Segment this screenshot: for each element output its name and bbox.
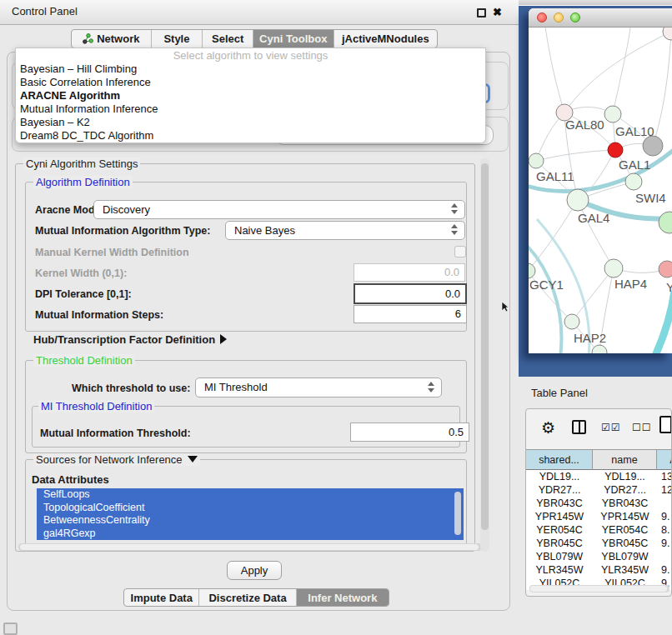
mi-type-combo[interactable]: Naive Bayes <box>225 221 465 240</box>
node-partial-bottom[interactable] <box>592 345 607 353</box>
table-cell[interactable]: YBR043C <box>526 497 593 510</box>
table-row[interactable]: YPR145WYPR145W9. <box>526 510 672 523</box>
column-browser-icon[interactable] <box>572 420 586 434</box>
dropdown-item[interactable]: Basic Correlation Inference <box>16 76 485 89</box>
table-row[interactable]: YBR045CYBR045C9. <box>526 537 672 550</box>
table-cell[interactable]: YBR045C <box>526 537 593 550</box>
dropdown-item[interactable]: Dream8 DC_TDC Algorithm <box>16 129 485 142</box>
close-icon[interactable]: ✖ <box>493 6 502 18</box>
table-row[interactable]: YER054CYER054C8. <box>526 523 672 537</box>
table-row[interactable]: YBR043CYBR043C <box>526 497 672 510</box>
table-cell[interactable]: 12 <box>657 483 672 497</box>
table-cell[interactable]: YDR27... <box>526 483 593 497</box>
tab-cyni-toolbox[interactable]: Cyni Toolbox <box>253 30 333 48</box>
column-header-shared-name[interactable]: shared... <box>526 449 593 470</box>
table-cell[interactable]: YBL079W <box>526 550 593 563</box>
apply-button[interactable]: Apply <box>227 561 282 580</box>
attribute-item[interactable]: BetweennessCentrality <box>37 514 464 528</box>
tab-network[interactable]: Network <box>72 30 151 48</box>
tab-discretize-data[interactable]: Discretize Data <box>198 589 295 606</box>
table-row[interactable]: YBL079WYBL079W <box>526 550 672 563</box>
table-cell[interactable]: YBR045C <box>593 537 657 550</box>
table-cell[interactable]: YDR27... <box>593 483 657 497</box>
table-cell[interactable]: YPR145W <box>593 510 657 523</box>
minimize-traffic-light-icon[interactable] <box>554 12 564 22</box>
table-row[interactable]: YDR27...YDR27...12 <box>526 483 672 497</box>
deselect-all-boxes-icon[interactable]: ☐☐ <box>632 422 652 433</box>
dropdown-item[interactable]: Bayesian – Hill Climbing <box>16 62 485 76</box>
table-cell[interactable]: YDL19... <box>526 470 593 483</box>
table-scrollbar-thumb[interactable] <box>530 586 667 592</box>
node-label: GAL4 <box>578 211 609 225</box>
node-green-right[interactable] <box>659 212 672 233</box>
dropdown-item[interactable]: Mutual Information Inference <box>16 102 485 116</box>
manual-kernel-checkbox[interactable] <box>454 246 466 258</box>
float-window-icon[interactable] <box>477 8 486 18</box>
collapsed-panel-button[interactable] <box>3 622 18 635</box>
network-view-window[interactable]: GAL80 GAL10 GAL1 GAL11 SWI4 GAL4 GCY1 HA… <box>529 8 672 353</box>
tab-impute-data[interactable]: Impute Data <box>124 589 198 606</box>
table-row[interactable]: YLR345WYLR345W9. <box>526 563 672 577</box>
table-cell[interactable]: YDL19... <box>593 470 657 483</box>
hub-definition-toggle[interactable]: Hub/Transcription Factor Definition <box>33 333 227 346</box>
tab-infer-network[interactable]: Infer Network <box>296 589 389 606</box>
export-table-icon[interactable] <box>659 416 672 433</box>
vertical-scrollbar[interactable] <box>480 158 489 552</box>
network-canvas[interactable]: GAL80 GAL10 GAL1 GAL11 SWI4 GAL4 GCY1 HA… <box>529 28 672 353</box>
node-partial-top[interactable] <box>663 28 672 40</box>
node-gal11[interactable] <box>529 153 544 168</box>
table-cell[interactable]: 9. <box>657 537 672 550</box>
list-scrollbar[interactable] <box>454 492 461 535</box>
tab-select[interactable]: Select <box>202 30 253 48</box>
table-row[interactable]: YDL19...YDL19...13 <box>526 470 672 483</box>
table-cell[interactable]: YLR345W <box>526 563 593 577</box>
table-cell[interactable]: 8. <box>657 523 672 537</box>
horizontal-scrollbar[interactable] <box>18 543 482 551</box>
horizontal-scrollbar-thumb[interactable] <box>20 544 479 550</box>
table-cell[interactable]: YLR345W <box>593 563 657 577</box>
column-header-name[interactable]: name <box>593 449 657 470</box>
dpi-tolerance-field[interactable]: 0.0 <box>354 283 467 304</box>
aracne-mode-combo[interactable]: Discovery <box>93 200 465 219</box>
table-toolbar: ⚙ ☑☑ ☐☐ <box>526 409 672 448</box>
kernel-width-field[interactable]: 0.0 <box>354 263 465 282</box>
column-header-partial[interactable]: A <box>657 449 672 470</box>
node-gray[interactable] <box>643 136 663 156</box>
table-cell[interactable]: YER054C <box>593 523 657 537</box>
mi-steps-field[interactable]: 6 <box>354 305 467 323</box>
table-cell[interactable]: YER054C <box>526 523 593 537</box>
dropdown-item-selected[interactable]: ARACNE Algorithm <box>16 89 485 102</box>
attribute-item[interactable]: gal4RGexp <box>37 528 464 541</box>
sources-toggle[interactable]: Sources for Network Inference <box>33 453 200 466</box>
node-gal4[interactable] <box>567 189 589 211</box>
table-cell[interactable]: YBL079W <box>593 550 657 563</box>
table-horizontal-scrollbar[interactable] <box>529 585 669 592</box>
node-gal1[interactable] <box>625 173 642 190</box>
node-gcy1[interactable] <box>529 263 535 278</box>
close-traffic-light-icon[interactable] <box>537 12 547 22</box>
node-gal10[interactable] <box>604 106 621 122</box>
tab-jactivemnodules[interactable]: jActiveMNodules <box>333 30 437 48</box>
table-cell[interactable]: 9. <box>657 563 672 577</box>
attribute-item[interactable]: SelfLoops <box>37 488 464 502</box>
node-hap4[interactable] <box>604 259 623 278</box>
attribute-item[interactable]: TopologicalCoefficient <box>37 502 464 515</box>
table-cell[interactable]: 9. <box>657 510 672 523</box>
which-threshold-combo[interactable]: MI Threshold <box>195 378 442 398</box>
network-window-titlebar[interactable] <box>529 8 672 28</box>
node-salmon[interactable] <box>659 261 672 278</box>
table-cell[interactable]: YBR043C <box>593 497 657 510</box>
table-cell[interactable]: 13 <box>657 470 672 483</box>
node-hap2[interactable] <box>564 314 579 329</box>
tab-style[interactable]: Style <box>151 30 203 48</box>
mi-threshold-field[interactable]: 0.5 <box>350 422 469 442</box>
vertical-scrollbar-thumb[interactable] <box>481 163 489 530</box>
gear-icon[interactable]: ⚙ <box>541 418 555 438</box>
select-all-checks-icon[interactable]: ☑☑ <box>601 422 621 433</box>
table-cell[interactable]: YPR145W <box>526 510 593 523</box>
table-cell[interactable] <box>657 550 672 563</box>
table-cell[interactable] <box>657 497 672 510</box>
node-red-selected[interactable] <box>608 142 623 158</box>
zoom-traffic-light-icon[interactable] <box>570 12 580 22</box>
dropdown-item[interactable]: Bayesian – K2 <box>16 116 485 129</box>
